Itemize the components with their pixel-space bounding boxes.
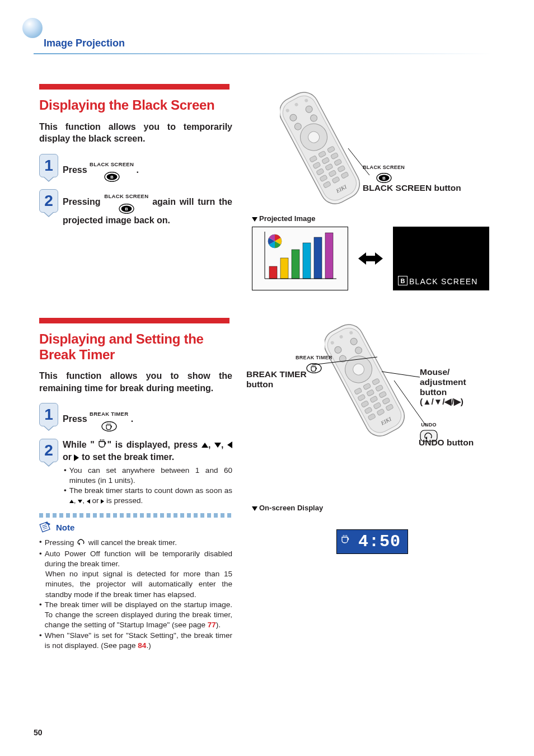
button-caption: UNDO [421,422,437,428]
projected-image-caption: Projected Image [252,214,315,223]
svg-rect-41 [280,258,288,279]
step-sub-text: You can set anywhere between 1 and 60 mi… [69,466,232,486]
break-timer-button-label: BREAK TIMER button [246,369,319,389]
step-text: to set the break timer. [82,452,174,462]
step-text: While " [63,440,99,449]
svg-rect-42 [292,250,299,279]
section2-step2: 2 While " " is displayed, press , , or t… [39,439,232,506]
step-sub-text: is pressed. [106,496,143,505]
button-caption: BREAK TIMER [90,411,128,417]
section1-step1: 1 Press BLACK SCREEN . [39,154,232,182]
note-separator [39,513,232,518]
svg-rect-45 [325,233,333,279]
step-text: . [131,414,133,424]
step-text: . [137,165,139,175]
undo-icon [76,537,86,549]
section1-title: Displaying the Black Screen [39,97,232,113]
black-screen-b-icon: B [398,276,407,285]
step-text: Press [63,165,90,175]
step-text: Press [63,414,90,424]
arrow-up-icon [202,443,208,448]
timer-display: 4:50 [336,529,408,554]
step-number: 2 [39,439,58,462]
button-caption: BLACK SCREEN [90,162,134,167]
black-screen-button-label: BLACK SCREEN button [363,183,463,193]
svg-line-50 [382,372,420,377]
break-timer-button-icon [101,421,117,431]
svg-line-49 [312,357,377,365]
undo-button-label: UNDO button [419,438,486,448]
arrow-left-icon [227,442,232,448]
arrow-up-icon [69,500,74,503]
double-arrow-icon [358,251,383,266]
projected-image-box [252,227,348,290]
svg-rect-40 [269,266,277,279]
arrow-left-icon [87,499,90,504]
section-divider-bar [39,318,229,323]
section2-intro: This function allows you to show the rem… [39,370,232,394]
section2-step1: 1 Press BREAK TIMER . [39,403,232,431]
black-screen-button-icon [104,172,120,182]
header-accent-dot [22,18,43,38]
cup-icon [341,535,353,548]
section1-intro: This function allows you to temporarily … [39,121,232,145]
arrow-down-icon [78,500,82,503]
svg-marker-48 [358,252,383,265]
step-number: 1 [39,154,58,177]
arrow-right-icon [74,454,79,461]
step-text: " is displayed, press [107,440,202,449]
osd-caption: On-screen Display [252,504,323,512]
svg-rect-44 [314,237,322,279]
arrow-down-icon [214,443,221,448]
header-divider [34,53,493,54]
arrow-right-icon [101,499,104,504]
black-screen-button-icon [119,204,134,214]
note-heading: Note [39,520,232,535]
step-number: 1 [39,403,58,426]
svg-line-38 [348,148,369,175]
page-ref[interactable]: 77 [208,621,216,629]
timer-value: 4:50 [358,532,401,551]
section2-title: Displaying and Setting the Break Timer [39,331,232,362]
button-caption: BLACK SCREEN [104,194,148,199]
step-sub-text: The break timer starts to count down as … [69,486,232,495]
black-screen-text: BLACK SCREEN [409,277,478,286]
section-divider-bar [39,84,229,90]
svg-rect-43 [303,243,311,279]
note-body: Pressing will cancel the break timer. Au… [39,537,232,651]
section1-step2: 2 Pressing BLACK SCREEN again will turn … [39,189,232,227]
mouse-adjustment-label: Mouse/ adjustment button (▲/▼/◀/▶) [420,367,493,407]
step-number: 2 [39,189,58,213]
cup-icon [99,439,107,452]
page-ref[interactable]: 84 [138,641,146,650]
header-section-title: Image Projection [44,37,125,49]
note-icon [39,520,53,535]
page-number: 50 [34,728,43,737]
step-text: Pressing [63,197,104,206]
black-screen-box: B BLACK SCREEN [393,227,489,290]
